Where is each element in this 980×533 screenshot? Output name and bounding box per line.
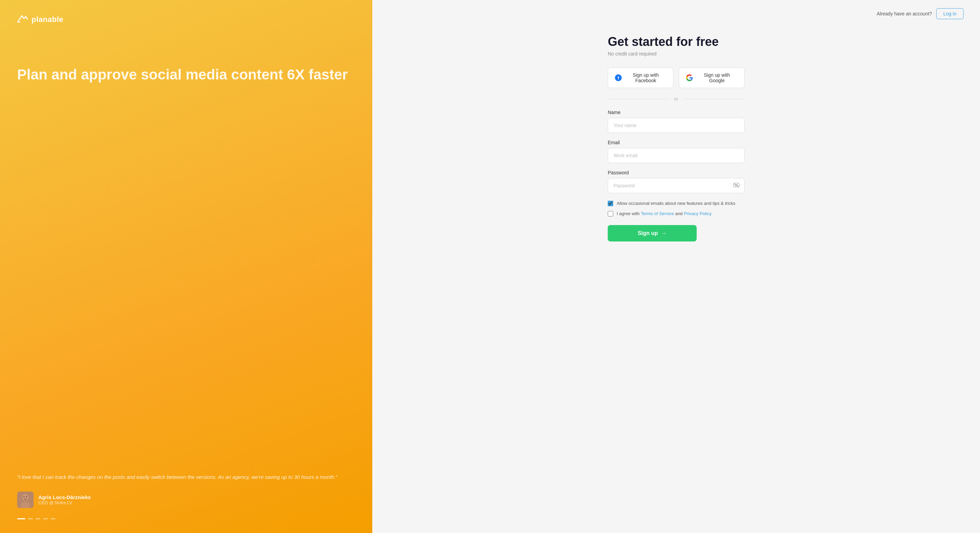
email-field-group: Email [608,140,745,163]
terms-of-service-link[interactable]: Terms of Service [641,211,674,216]
page-title: Get started for free [608,34,745,49]
author-info: Agris Locs-Dārznieks CEO @ Notre.LV [38,494,91,505]
name-input[interactable] [608,118,745,133]
facebook-icon: f [615,74,622,81]
login-button[interactable]: Log in [936,8,964,19]
testimonial-author: Agris Locs-Dārznieks CEO @ Notre.LV [17,492,355,508]
terms-prefix-text: I agree with [617,211,641,216]
dot-5[interactable] [51,518,56,519]
facebook-btn-label: Sign up with Facebook [625,72,666,83]
hero-headline: Plan and approve social media content 6X… [17,66,355,83]
testimonial-quote: "I love that I can track the changes on … [17,473,355,481]
dot-4[interactable] [43,518,48,519]
social-buttons: f Sign up with Facebook Sign up with Goo… [608,67,745,88]
avatar [17,492,33,508]
password-input[interactable] [608,178,745,193]
google-icon [686,74,693,81]
email-input[interactable] [608,148,745,163]
svg-point-5 [26,496,27,497]
terms-checkbox-label[interactable]: I agree with Terms of Service and Privac… [617,210,711,217]
checkboxes-group: Allow occasional emails about new featur… [608,200,745,217]
divider-line-left [608,99,670,99]
svg-point-4 [24,496,25,497]
author-name: Agris Locs-Dārznieks [38,494,91,500]
password-field-group: Password [608,170,745,193]
signup-form-container: Get started for free No credit card requ… [594,27,758,262]
emails-checkbox-row: Allow occasional emails about new featur… [608,200,745,207]
avatar-image [17,492,33,508]
already-account-text: Already have an account? [877,11,932,16]
divider-line-right [682,99,745,99]
carousel-dots [17,518,355,519]
right-panel: Already have an account? Log in Get star… [372,0,980,533]
email-label: Email [608,140,745,145]
logo: planable [17,14,355,25]
password-label: Password [608,170,745,176]
no-credit-card-text: No credit card required [608,51,745,56]
terms-checkbox[interactable] [608,211,613,217]
logo-text: planable [32,15,63,24]
toggle-password-icon[interactable] [733,182,740,190]
google-btn-label: Sign up with Google [696,72,737,83]
signup-arrow-icon: → [661,230,667,236]
author-role: CEO @ Notre.LV [38,500,91,505]
terms-and-text: and [674,211,684,216]
privacy-policy-link[interactable]: Privacy Policy [684,211,711,216]
top-bar: Already have an account? Log in [372,0,980,27]
terms-checkbox-row: I agree with Terms of Service and Privac… [608,210,745,217]
divider: or [608,96,745,101]
dot-1[interactable] [17,518,25,519]
dot-2[interactable] [28,518,33,519]
name-field-group: Name [608,110,745,133]
password-input-wrapper [608,178,745,193]
google-signup-button[interactable]: Sign up with Google [679,67,745,88]
signup-button[interactable]: Sign up → [608,225,697,241]
name-label: Name [608,110,745,115]
emails-checkbox-label[interactable]: Allow occasional emails about new featur… [617,200,735,207]
left-panel: planable Plan and approve social media c… [0,0,372,533]
dot-3[interactable] [36,518,40,519]
emails-checkbox[interactable] [608,201,613,206]
facebook-signup-button[interactable]: f Sign up with Facebook [608,67,673,88]
testimonial-block: "I love that I can track the changes on … [17,473,355,519]
divider-or-text: or [674,96,678,101]
logo-icon [17,14,28,25]
signup-button-label: Sign up [638,230,658,236]
